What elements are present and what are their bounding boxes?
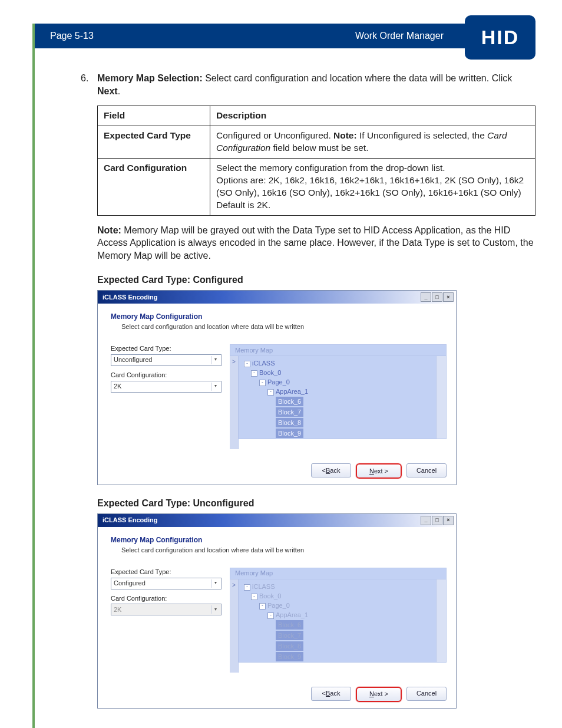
desc-text: If Unconfigured is selected, the xyxy=(357,130,487,140)
tree-expander-icon: - xyxy=(251,594,257,600)
memory-map-header: Memory Map xyxy=(230,568,447,579)
expected-card-type-combo[interactable]: Configured ▾ xyxy=(111,578,222,589)
window-close-button[interactable]: × xyxy=(443,292,454,302)
scrollbar[interactable] xyxy=(436,356,446,439)
card-configuration-label: Card Configuration: xyxy=(111,594,223,603)
tree-node: -iCLASS xyxy=(244,582,446,591)
window-title: iCLASS Encoding xyxy=(103,516,158,525)
subsection-heading: Expected Card Type: Unconfigured xyxy=(97,497,535,510)
next-button[interactable]: Next > xyxy=(356,463,402,479)
card-configuration-combo[interactable]: 2K ▾ xyxy=(111,381,222,393)
tree-block: Block_7 xyxy=(276,631,303,640)
cancel-button[interactable]: Cancel xyxy=(406,687,447,701)
tree-node[interactable]: -iCLASS xyxy=(244,358,446,368)
field-description-table: Field Description Expected Card Type Con… xyxy=(97,106,535,215)
desc-note-label: Note: xyxy=(333,130,357,140)
chevron-down-icon: ▾ xyxy=(211,383,220,391)
tree-block[interactable]: Block_7 xyxy=(276,407,303,417)
page-number: Page 5-13 xyxy=(50,31,94,41)
window-titlebar: iCLASS Encoding _ □ × xyxy=(98,291,456,304)
tree-node: -Page_0 xyxy=(259,601,446,610)
tree-expander-icon: - xyxy=(259,603,266,610)
th-description: Description xyxy=(210,106,535,126)
dialog-heading: Memory Map Configuration xyxy=(111,535,447,545)
window-minimize-button[interactable]: _ xyxy=(421,292,431,302)
memory-map-tree[interactable]: -iCLASS -Book_0 -Page_0 -AppArea_1 Block… xyxy=(239,356,447,439)
tree-node[interactable]: -Book_0 xyxy=(251,368,446,377)
memory-map-header: Memory Map xyxy=(230,344,447,356)
tree-node[interactable]: -AppArea_1 xyxy=(267,387,446,396)
desc-text: field below must be set. xyxy=(270,143,368,153)
tree-gutter: > xyxy=(230,579,239,673)
note-paragraph: Note: Memory Map will be grayed out with… xyxy=(97,224,535,262)
back-button[interactable]: < Back xyxy=(311,687,351,701)
step-title: Memory Map Selection: xyxy=(97,73,203,83)
step-number: 6. xyxy=(81,72,88,85)
step-period: . xyxy=(118,86,120,96)
tree-expander-icon[interactable]: - xyxy=(244,361,250,367)
dialog-subheading: Select card configuration and location w… xyxy=(121,546,447,555)
memory-map-tree: -iCLASS -Book_0 -Page_0 -AppArea_1 Block… xyxy=(239,579,447,663)
table-row: Card Configuration Select the memory con… xyxy=(98,158,535,215)
step-next-word: Next xyxy=(97,86,118,96)
note-text: Memory Map will be grayed out with the D… xyxy=(97,225,534,261)
left-accent-bar xyxy=(32,24,35,728)
cell-field: Expected Card Type xyxy=(98,126,210,159)
note-label: Note: xyxy=(97,225,121,235)
chevron-down-icon: ▾ xyxy=(211,579,220,588)
cell-desc: Select the memory configuration from the… xyxy=(210,158,535,215)
chevron-down-icon: ▾ xyxy=(211,356,220,364)
step-text-1: Select card configuration and location w… xyxy=(203,73,513,83)
tree-block: Block_9 xyxy=(276,652,303,661)
tree-block[interactable]: Block_8 xyxy=(276,418,303,427)
tree-expander-icon: - xyxy=(267,612,274,619)
back-button[interactable]: < Back xyxy=(311,463,351,477)
page-header: Page 5-13 Work Order Manager xyxy=(35,24,535,48)
window-titlebar: iCLASS Encoding _ □ × xyxy=(98,514,456,527)
th-field: Field xyxy=(98,106,210,126)
tree-expander-icon: - xyxy=(244,584,250,591)
desc-line: Select the memory configuration from the… xyxy=(216,162,529,174)
tree-expander-icon[interactable]: - xyxy=(251,370,257,377)
tree-block: Block_6 xyxy=(276,620,303,630)
combo-value: Unconfigured xyxy=(114,355,152,364)
tree-expander-icon[interactable]: - xyxy=(259,380,266,386)
next-button[interactable]: Next > xyxy=(356,687,402,702)
combo-value: 2K xyxy=(114,382,121,391)
tree-expander-icon[interactable]: - xyxy=(267,389,274,396)
hid-logo: HID xyxy=(465,15,535,60)
cell-field: Card Configuration xyxy=(98,158,210,215)
tree-block: Block_8 xyxy=(276,641,303,651)
window-close-button[interactable]: × xyxy=(443,516,454,525)
tree-node: -Book_0 xyxy=(251,591,446,601)
desc-line: Options are: 2K, 16k2, 16k16, 16k2+16k1,… xyxy=(216,174,529,199)
cancel-button[interactable]: Cancel xyxy=(406,463,447,477)
page-content: 6. Memory Map Selection: Select card con… xyxy=(32,48,535,728)
combo-value: 2K xyxy=(114,605,121,614)
card-configuration-label: Card Configuration: xyxy=(111,371,223,380)
chevron-down-icon: ▾ xyxy=(211,605,220,614)
subsection-heading: Expected Card Type: Configured xyxy=(97,274,535,286)
tree-block[interactable]: Block_9 xyxy=(276,429,303,438)
window-title: iCLASS Encoding xyxy=(103,293,158,302)
card-configuration-combo: 2K ▾ xyxy=(111,604,222,615)
tree-node[interactable]: -Page_0 xyxy=(259,377,446,387)
desc-text: Configured or Unconfigured. xyxy=(216,130,333,140)
window-maximize-button[interactable]: □ xyxy=(432,516,442,525)
table-row: Expected Card Type Configured or Unconfi… xyxy=(98,126,535,159)
desc-line: Default is 2K. xyxy=(216,199,529,212)
expected-card-type-label: Expected Card Type: xyxy=(111,568,223,577)
window-minimize-button[interactable]: _ xyxy=(421,516,431,525)
tree-gutter: > xyxy=(230,356,239,449)
document-title: Work Order Manager xyxy=(355,31,444,41)
expected-card-type-combo[interactable]: Unconfigured ▾ xyxy=(111,354,222,366)
dialog-subheading: Select card configuration and location w… xyxy=(121,322,447,331)
combo-value: Configured xyxy=(114,579,146,588)
app-window: iCLASS Encoding _ □ × Memory Map Configu… xyxy=(97,290,457,485)
scrollbar[interactable] xyxy=(436,579,446,662)
tree-node: -AppArea_1 xyxy=(267,610,446,620)
dialog-heading: Memory Map Configuration xyxy=(111,312,447,321)
expected-card-type-label: Expected Card Type: xyxy=(111,344,223,353)
window-maximize-button[interactable]: □ xyxy=(432,292,442,302)
tree-block[interactable]: Block_6 xyxy=(276,397,303,406)
